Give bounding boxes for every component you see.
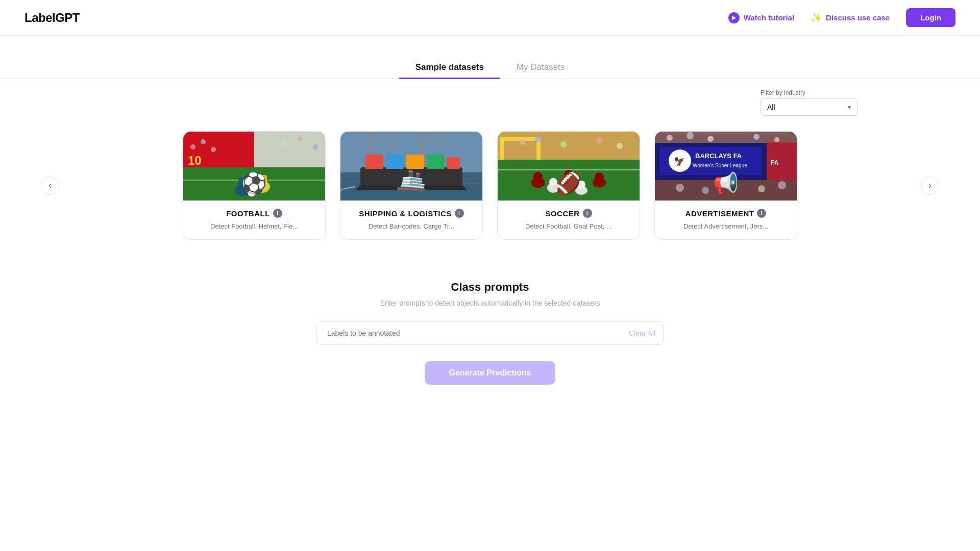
carousel-prev-button[interactable]: ‹ xyxy=(41,177,59,195)
watch-tutorial-label: Watch tutorial xyxy=(744,13,794,22)
labels-input[interactable] xyxy=(316,321,664,345)
svg-point-64 xyxy=(774,137,779,142)
svg-point-50 xyxy=(596,138,602,144)
discuss-use-case-label: Discuss use case xyxy=(826,13,890,22)
svg-text:🦅: 🦅 xyxy=(674,156,685,167)
prompts-title: Class prompts xyxy=(0,281,980,294)
svg-point-68 xyxy=(727,183,735,191)
card-image-soccer xyxy=(498,132,640,201)
svg-point-51 xyxy=(617,143,623,149)
svg-point-42 xyxy=(533,172,543,181)
filter-container: Filter by industry All ▾ xyxy=(761,89,857,116)
card-title-shipping: SHIPPING & LOGISTICS i xyxy=(351,209,472,218)
svg-text:BARCLAYS FA: BARCLAYS FA xyxy=(695,152,742,160)
svg-point-48 xyxy=(535,136,541,142)
info-icon-football[interactable]: i xyxy=(273,209,282,218)
card-body-shipping: SHIPPING & LOGISTICS i Detect Bar-codes,… xyxy=(340,201,482,239)
card-body-football: FOOTBALL i Detect Football, Helmet, Fie.… xyxy=(183,201,325,239)
card-description-shipping: Detect Bar-codes, Cargo Tr... xyxy=(351,222,472,231)
carousel-section: ‹ xyxy=(0,116,980,255)
svg-point-10 xyxy=(201,139,206,144)
svg-point-62 xyxy=(707,136,714,142)
filter-selected-value: All xyxy=(767,103,775,111)
svg-point-47 xyxy=(520,139,526,145)
card-description-advertisement: Detect Advertisement, Jers... xyxy=(665,222,787,231)
login-button[interactable]: Login xyxy=(906,8,955,27)
svg-point-61 xyxy=(687,132,694,139)
tabs-section: Sample datasets My Datasets xyxy=(0,56,980,79)
filter-select[interactable]: All ▾ xyxy=(761,98,857,116)
clear-all-button[interactable]: Clear All xyxy=(629,329,655,337)
arrow-right-icon: › xyxy=(928,180,932,191)
svg-point-66 xyxy=(676,184,684,192)
svg-point-69 xyxy=(758,185,765,192)
discuss-use-case-link[interactable]: ✨ Discuss use case xyxy=(811,12,890,23)
svg-point-12 xyxy=(282,142,287,147)
svg-point-11 xyxy=(211,147,216,152)
generate-predictions-button[interactable]: Generate Predictions xyxy=(425,361,556,385)
svg-rect-20 xyxy=(386,155,404,169)
card-soccer[interactable]: SOCCER i Detect Football, Goal Post, ... xyxy=(497,131,640,240)
svg-text:Women's Super League: Women's Super League xyxy=(693,163,747,168)
svg-rect-22 xyxy=(427,155,445,169)
prompts-section: Class prompts Enter prompts to detect ob… xyxy=(0,255,980,405)
card-football[interactable]: 10 FOOTBALL i Detect Football, Helmet, F… xyxy=(183,131,326,240)
card-title-football: FOOTBALL i xyxy=(193,209,315,218)
svg-rect-7 xyxy=(257,175,267,189)
svg-point-67 xyxy=(702,187,709,194)
chevron-down-icon: ▾ xyxy=(848,104,851,111)
svg-point-14 xyxy=(313,144,318,149)
prompts-input-container: Clear All xyxy=(316,321,664,345)
prompts-subtitle: Enter prompts to detect objects automati… xyxy=(0,299,980,307)
header: LabelGPT ▶ Watch tutorial ✨ Discuss use … xyxy=(0,0,980,36)
card-image-advertisement: 🦅 BARCLAYS FA Women's Super League xyxy=(655,132,797,201)
filter-section: Filter by industry All ▾ xyxy=(0,79,980,116)
card-body-advertisement: ADVERTISEMENT i Detect Advertisement, Je… xyxy=(655,201,797,239)
carousel-next-button[interactable]: › xyxy=(921,177,939,195)
watch-tutorial-link[interactable]: ▶ Watch tutorial xyxy=(728,12,794,23)
card-body-soccer: SOCCER i Detect Football, Goal Post, ... xyxy=(498,201,640,239)
svg-rect-65 xyxy=(655,180,797,201)
info-icon-advertisement[interactable]: i xyxy=(757,209,766,218)
card-description-football: Detect Football, Helmet, Fie... xyxy=(193,222,315,231)
arrow-left-icon: ‹ xyxy=(48,180,52,191)
svg-rect-8 xyxy=(238,178,247,191)
svg-point-6 xyxy=(248,189,256,197)
svg-text:10: 10 xyxy=(188,154,202,167)
card-advertisement[interactable]: 🦅 BARCLAYS FA Women's Super League xyxy=(654,131,797,240)
svg-rect-19 xyxy=(365,155,383,169)
svg-point-63 xyxy=(753,134,760,140)
header-actions: ▶ Watch tutorial ✨ Discuss use case Logi… xyxy=(728,8,955,27)
svg-rect-23 xyxy=(447,157,460,169)
svg-point-9 xyxy=(190,144,195,149)
card-title-advertisement: ADVERTISEMENT i xyxy=(665,209,787,218)
svg-point-5 xyxy=(254,181,270,193)
filter-label: Filter by industry xyxy=(761,89,857,96)
card-image-football: 10 xyxy=(183,132,325,201)
svg-point-46 xyxy=(595,172,604,182)
tab-my-datasets[interactable]: My Datasets xyxy=(500,56,581,79)
svg-point-45 xyxy=(577,181,585,189)
svg-point-44 xyxy=(564,170,573,179)
logo: LabelGPT xyxy=(24,11,80,25)
card-description-soccer: Detect Football, Goal Post, ... xyxy=(508,222,629,231)
svg-rect-35 xyxy=(498,160,640,201)
svg-point-70 xyxy=(778,181,786,189)
svg-text:FA: FA xyxy=(771,159,779,166)
info-icon-soccer[interactable]: i xyxy=(583,209,592,218)
svg-point-13 xyxy=(298,137,303,142)
card-shipping[interactable]: SHIPPING & LOGISTICS i Detect Bar-codes,… xyxy=(340,131,483,240)
tab-sample-datasets[interactable]: Sample datasets xyxy=(399,56,500,79)
svg-rect-18 xyxy=(360,167,462,185)
svg-point-60 xyxy=(667,135,673,141)
discuss-icon: ✨ xyxy=(811,12,822,23)
svg-point-43 xyxy=(549,178,557,186)
svg-rect-21 xyxy=(406,155,424,169)
cards-container: 10 FOOTBALL i Detect Football, Helmet, F… xyxy=(59,131,921,240)
card-image-shipping xyxy=(340,132,482,201)
info-icon-shipping[interactable]: i xyxy=(455,209,464,218)
svg-point-49 xyxy=(560,141,567,147)
svg-point-39 xyxy=(562,175,575,185)
card-title-soccer: SOCCER i xyxy=(508,209,629,218)
play-icon: ▶ xyxy=(728,12,740,23)
